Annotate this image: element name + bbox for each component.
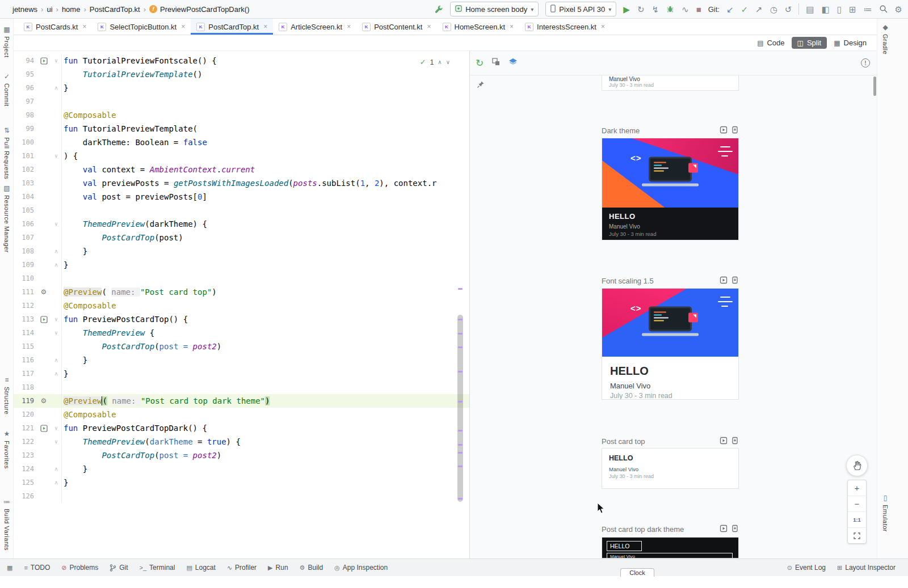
status-item-terminal[interactable]: >_Terminal — [140, 564, 175, 572]
tab-postcards-kt[interactable]: KPostCards.kt× — [18, 19, 92, 35]
debug-icon[interactable] — [666, 5, 674, 13]
layout-validation-icon[interactable]: ▤ — [806, 5, 814, 14]
build-refresh-icon[interactable]: ↻ — [476, 57, 484, 69]
sidebar-item-commit[interactable]: ✓Commit — [0, 73, 14, 107]
close-icon[interactable]: × — [82, 23, 86, 31]
device-select[interactable]: Pixel 5 API 30 ▾ — [545, 2, 616, 16]
layers-icon[interactable] — [508, 58, 518, 68]
status-item-layout-inspector[interactable]: ⊞Layout Inspector — [837, 564, 896, 572]
editor-scrollbar[interactable] — [457, 315, 463, 502]
code-text[interactable] — [61, 204, 469, 217]
status-item-git[interactable]: Git — [110, 564, 128, 572]
search-icon[interactable] — [879, 5, 888, 14]
sidebar-item-emulator[interactable]: ▯Emulator — [878, 494, 892, 532]
tool-window-toggle-icon[interactable]: ▦ — [7, 564, 12, 572]
sidebar-item-resource-manager[interactable]: ▧Resource Manager — [0, 184, 14, 253]
fold-marker[interactable]: ∨ — [51, 326, 61, 340]
code-text[interactable] — [61, 380, 469, 394]
breadcrumb-item[interactable]: home — [62, 5, 81, 14]
issues-info-icon[interactable]: ! — [861, 58, 870, 67]
code-text[interactable] — [61, 95, 469, 108]
fold-marker[interactable]: ∧ — [51, 476, 61, 489]
tab-selecttopicbutton-kt[interactable]: KSelectTopicButton.kt× — [92, 19, 191, 35]
breadcrumb-item[interactable]: PostCardTop.kt — [90, 5, 140, 14]
run-configuration-select[interactable]: Home screen body ▾ — [450, 2, 539, 16]
wrench-icon[interactable] — [435, 5, 443, 14]
code-text[interactable]: fun PreviewPostCardTop() { — [61, 312, 469, 326]
view-options-icon[interactable] — [492, 58, 500, 68]
fold-marker[interactable]: ∧ — [51, 258, 61, 272]
run-preview-gutter-icon[interactable] — [36, 421, 51, 435]
settings-icon[interactable]: ⚙ — [895, 5, 902, 14]
deploy-preview-icon[interactable] — [731, 437, 739, 446]
commit-icon[interactable]: ✓ — [741, 5, 749, 14]
deploy-preview-icon[interactable] — [731, 126, 739, 136]
fold-marker[interactable]: ∨ — [51, 54, 61, 67]
status-item-problems[interactable]: ⊘Problems — [61, 564, 98, 572]
run-preview-gutter-icon[interactable] — [36, 54, 51, 67]
logcat-window-icon[interactable]: ◧ — [822, 5, 830, 14]
code-text[interactable]: @Preview( name: "Post card top dark them… — [61, 394, 469, 408]
rollback-icon[interactable]: ↺ — [785, 5, 792, 14]
status-item-app-inspection[interactable]: ◎App Inspection — [334, 564, 388, 572]
status-item-todo[interactable]: ≡TODO — [24, 564, 50, 572]
profile-app-icon[interactable]: ∿ — [682, 5, 689, 14]
stop-button[interactable]: ■ — [696, 5, 701, 14]
code-text[interactable]: } — [61, 81, 469, 95]
code-text[interactable]: @Composable — [61, 108, 469, 122]
zoom-out-button[interactable]: − — [848, 496, 866, 512]
breadcrumb-item[interactable]: PreviewPostCardTopDark() — [160, 5, 250, 14]
code-text[interactable]: } — [61, 244, 469, 258]
interactive-preview-icon[interactable] — [720, 276, 728, 286]
code-text[interactable]: darkTheme: Boolean = false — [61, 136, 469, 149]
clock-button[interactable]: Clock — [620, 568, 654, 577]
close-icon[interactable]: × — [263, 23, 267, 31]
pan-button[interactable] — [846, 455, 868, 476]
fold-marker[interactable]: ∧ — [51, 462, 61, 476]
tab-interestsscreen-kt[interactable]: KInterestsScreen.kt× — [519, 19, 611, 35]
fold-marker[interactable]: ∧ — [51, 353, 61, 367]
tab-postcardtop-kt[interactable]: KPostCardTop.kt× — [191, 19, 273, 35]
sidebar-item-pull-requests[interactable]: ⇅Pull Requests — [0, 126, 14, 179]
code-text[interactable]: ThemedPreview { — [61, 326, 469, 340]
deploy-preview-icon[interactable] — [731, 276, 739, 286]
close-icon[interactable]: × — [181, 23, 185, 31]
fold-marker[interactable]: ∨ — [51, 421, 61, 435]
next-issue-icon[interactable]: ∨ — [446, 59, 450, 65]
code-text[interactable]: fun TutorialPreviewTemplate( — [61, 122, 469, 136]
code-text[interactable]: } — [61, 258, 469, 272]
view-mode-split[interactable]: ◫Split — [792, 37, 827, 49]
code-text[interactable]: fun TutorialPreviewFontscale() { — [61, 54, 469, 67]
code-text[interactable]: PostCardTop(post) — [61, 231, 469, 244]
push-icon[interactable]: ↗ — [755, 5, 763, 14]
avd-manager-icon[interactable]: ≔ — [864, 5, 872, 14]
preview-scrollbar[interactable] — [873, 77, 876, 96]
status-item-profiler[interactable]: ∿Profiler — [227, 564, 257, 572]
interactive-preview-icon[interactable] — [720, 126, 728, 136]
sidebar-item-favorites[interactable]: ★Favorites — [0, 430, 14, 469]
tab-homescreen-kt[interactable]: KHomeScreen.kt× — [437, 19, 520, 35]
fold-marker[interactable]: ∧ — [51, 244, 61, 258]
pin-icon[interactable] — [477, 81, 485, 91]
status-item-logcat[interactable]: ▤Logcat — [186, 564, 215, 572]
code-text[interactable]: val context = AmbientContext.current — [61, 163, 469, 176]
fold-marker[interactable]: ∨ — [51, 435, 61, 449]
prev-issue-icon[interactable]: ∧ — [438, 59, 442, 65]
fold-marker[interactable]: ∨ — [51, 149, 61, 163]
sidebar-item-build-variants[interactable]: ≔Build Variants — [0, 498, 14, 551]
fold-marker[interactable]: ∧ — [51, 81, 61, 95]
code-text[interactable]: } — [61, 353, 469, 367]
breadcrumb-item[interactable]: ui — [47, 5, 52, 14]
code-text[interactable]: @Composable — [61, 299, 469, 312]
code-text[interactable]: ThemedPreview(darkTheme) { — [61, 217, 469, 231]
code-text[interactable]: @Preview( name: "Post card top") — [61, 285, 469, 299]
fold-marker[interactable]: ∨ — [51, 217, 61, 231]
view-mode-code[interactable]: ▤Code — [751, 37, 790, 49]
sdk-manager-icon[interactable]: ⊞ — [849, 5, 856, 14]
code-text[interactable]: } — [61, 476, 469, 489]
code-text[interactable]: PostCardTop(post = post2) — [61, 340, 469, 353]
code-text[interactable]: } — [61, 367, 469, 380]
zoom-actual-size-button[interactable]: 1:1 — [848, 512, 866, 528]
run-preview-gutter-icon[interactable] — [36, 312, 51, 326]
sidebar-item-project[interactable]: ▦Project — [0, 26, 14, 58]
